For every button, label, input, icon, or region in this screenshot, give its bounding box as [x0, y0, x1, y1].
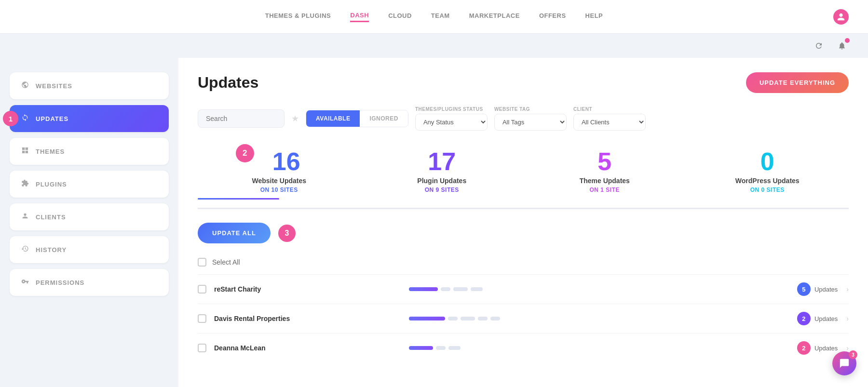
restart-bar-empty: [441, 287, 450, 291]
deanna-bar-empty2: [448, 346, 461, 350]
tag-filter-label: WEBSITE TAG: [494, 107, 567, 112]
top-nav: THEMES & PLUGINS DASH CLOUD TEAM MARKETP…: [0, 0, 868, 34]
deanna-count-badge: 2: [797, 341, 811, 355]
status-filter-wrap: THEMES/PLUGINS STATUS Any Status: [415, 107, 488, 131]
refresh-icon[interactable]: [812, 39, 826, 53]
restart-bar-empty3: [471, 287, 483, 291]
davis-chevron-icon[interactable]: ›: [846, 315, 849, 322]
nav-marketplace[interactable]: MARKETPLACE: [469, 12, 520, 21]
deanna-bar: [409, 346, 783, 350]
tab-available[interactable]: AVAILABLE: [306, 110, 360, 127]
stat-wordpress-updates: 0 WordPress Updates ON 0 SITES: [686, 144, 849, 198]
themes-icon: [21, 147, 29, 156]
stat-sublabel-plugins: ON 9 SITES: [361, 187, 524, 193]
deanna-bar-empty: [436, 346, 446, 350]
davis-name: Davis Rental Properties: [214, 315, 401, 322]
notification-icon[interactable]: [835, 39, 849, 53]
select-all-row: Select All: [198, 253, 849, 271]
sidebar-label-themes: THEMES: [36, 148, 65, 155]
progress-bar: [198, 198, 279, 200]
stat-sublabel-themes: ON 1 SITE: [523, 187, 686, 193]
chat-bubble[interactable]: 3: [832, 351, 856, 375]
restart-count-badge: 5: [797, 282, 811, 296]
stat-label-plugins: Plugin Updates: [361, 177, 524, 185]
stat-plugin-updates: 17 Plugin Updates ON 9 SITES: [361, 144, 524, 198]
stat-label-websites: Website Updates: [198, 177, 361, 185]
stat-badge-websites: 2: [236, 144, 254, 162]
sidebar-item-history[interactable]: HISTORY: [10, 236, 169, 263]
notification-badge: [845, 38, 850, 43]
star-icon[interactable]: ★: [291, 113, 299, 124]
sidebar-item-plugins[interactable]: PLUGINS: [10, 171, 169, 198]
filter-row: ★ AVAILABLE IGNORED THEMES/PLUGINS STATU…: [198, 107, 849, 131]
client-filter-select[interactable]: All Clients: [573, 114, 646, 131]
sidebar-item-clients[interactable]: CLIENTS: [10, 203, 169, 230]
update-all-badge: 3: [278, 225, 296, 242]
sidebar-label-websites: WEBSITES: [36, 82, 72, 90]
select-all-checkbox[interactable]: [198, 258, 206, 267]
sidebar-item-permissions[interactable]: PERMISSIONS: [10, 269, 169, 296]
status-filter-select[interactable]: Any Status: [415, 114, 488, 131]
updates-icon: [21, 114, 29, 123]
nav-dash[interactable]: DASH: [350, 12, 369, 22]
permissions-icon: [21, 278, 29, 287]
nav-themes-plugins[interactable]: THEMES & PLUGINS: [265, 12, 331, 21]
client-filter-label: CLIENT: [573, 107, 646, 112]
stat-number-plugins: 17: [361, 149, 524, 174]
deanna-updates-text: Updates: [814, 345, 838, 352]
davis-checkbox[interactable]: [198, 314, 206, 323]
tab-ignored[interactable]: IGNORED: [360, 110, 408, 127]
deanna-chevron-icon[interactable]: ›: [846, 344, 849, 352]
updates-header: Updates UPDATE EVERYTHING: [198, 72, 849, 93]
restart-updates-text: Updates: [814, 286, 838, 293]
davis-bar: [409, 317, 783, 320]
davis-updates-count: 2 Updates ›: [791, 312, 849, 325]
stats-row: 2 16 Website Updates ON 10 SITES 17 Plug…: [198, 144, 849, 209]
stat-label-wordpress: WordPress Updates: [686, 177, 849, 185]
restart-bar-filled: [409, 287, 438, 291]
davis-bar-filled: [409, 317, 445, 320]
nav-team[interactable]: TEAM: [431, 12, 450, 21]
nav-offers[interactable]: OFFERS: [539, 12, 566, 21]
davis-bar-empty4: [490, 317, 500, 320]
client-filter-wrap: CLIENT All Clients: [573, 107, 646, 131]
restart-chevron-icon[interactable]: ›: [846, 285, 849, 293]
davis-updates-text: Updates: [814, 315, 838, 322]
sidebar-label-updates: UPDATES: [36, 115, 68, 122]
sidebar-label-history: HISTORY: [36, 246, 67, 254]
site-row-deanna: Deanna McLean 2 Updates ›: [198, 333, 849, 362]
sidebar-item-websites[interactable]: WEBSITES: [10, 72, 169, 99]
davis-bar-empty: [448, 317, 458, 320]
nav-cloud[interactable]: CLOUD: [388, 12, 412, 21]
stat-label-themes: Theme Updates: [523, 177, 686, 185]
nav-links: THEMES & PLUGINS DASH CLOUD TEAM MARKETP…: [19, 12, 849, 22]
site-row-restart: reStart Charity 5 Updates ›: [198, 274, 849, 304]
sidebar-label-permissions: PERMISSIONS: [36, 279, 84, 286]
update-all-button[interactable]: UPDATE ALL: [198, 223, 271, 243]
nav-help[interactable]: HELP: [585, 12, 603, 21]
search-input[interactable]: [198, 109, 285, 128]
main-layout: WEBSITES 1 UPDATES THEMES PLUGINS: [0, 58, 868, 387]
davis-count-badge: 2: [797, 312, 811, 325]
stat-website-updates: 2 16 Website Updates ON 10 SITES: [198, 144, 361, 198]
deanna-name: Deanna McLean: [214, 344, 401, 352]
update-all-row: UPDATE ALL 3: [198, 223, 849, 243]
stat-number-themes: 5: [523, 149, 686, 174]
sidebar-label-clients: CLIENTS: [36, 214, 66, 221]
sidebar-updates-badge: 1: [3, 111, 18, 126]
nav-right: [833, 9, 849, 25]
restart-bar-empty2: [453, 287, 468, 291]
deanna-checkbox[interactable]: [198, 344, 206, 352]
sidebar-label-plugins: PLUGINS: [36, 181, 67, 188]
sidebar-item-updates[interactable]: 1 UPDATES: [10, 105, 169, 132]
chat-badge: 3: [849, 350, 857, 359]
history-icon: [21, 245, 29, 254]
tag-filter-wrap: WEBSITE TAG All Tags: [494, 107, 567, 131]
sidebar-item-themes[interactable]: THEMES: [10, 138, 169, 165]
tag-filter-select[interactable]: All Tags: [494, 114, 567, 131]
restart-checkbox[interactable]: [198, 285, 206, 294]
stat-sublabel-wordpress: ON 0 SITES: [686, 187, 849, 193]
toolbar-row: [0, 34, 868, 58]
user-avatar[interactable]: [833, 9, 849, 25]
update-everything-button[interactable]: UPDATE EVERYTHING: [746, 72, 849, 93]
